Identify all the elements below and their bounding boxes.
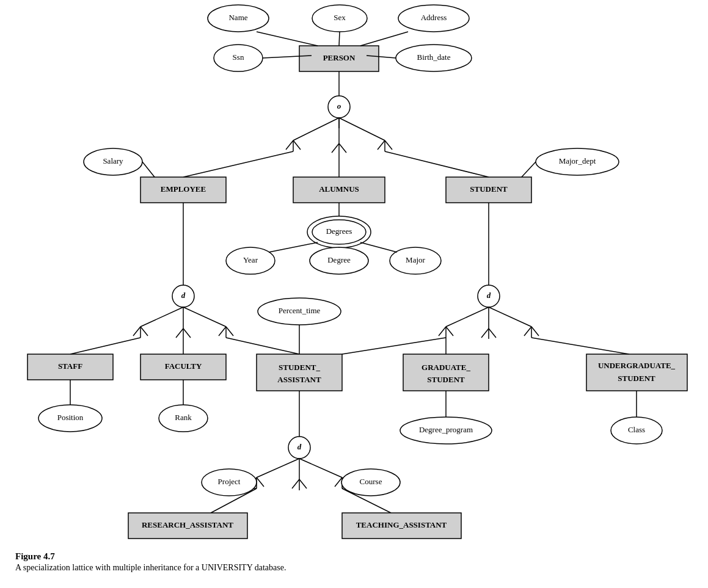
person-entity: PERSON xyxy=(323,53,356,62)
svg-line-20 xyxy=(332,143,339,153)
svg-line-26 xyxy=(183,151,293,177)
degrees-attr: Degrees xyxy=(326,227,352,236)
svg-line-7 xyxy=(339,32,340,46)
svg-line-97 xyxy=(299,459,342,477)
course-attr: Course xyxy=(360,477,382,486)
svg-line-101 xyxy=(292,479,299,488)
graduate-student-entity: GRADUATE_ xyxy=(422,363,470,372)
employee-entity: EMPLOYEE xyxy=(161,184,206,194)
ssn-attr: Ssn xyxy=(233,53,244,62)
svg-line-6 xyxy=(257,32,318,46)
major-dept-attr: Major_dept xyxy=(559,156,596,165)
svg-line-95 xyxy=(257,459,299,477)
svg-rect-85 xyxy=(403,354,489,391)
svg-line-55 xyxy=(183,328,191,338)
svg-line-47 xyxy=(141,307,183,327)
undergraduate-student-entity: UNDERGRADUATE_ xyxy=(598,361,676,370)
svg-line-72 xyxy=(489,328,496,338)
svg-line-70 xyxy=(481,328,489,338)
class-attr: Class xyxy=(628,425,645,434)
student-assistant-entity-2: ASSISTANT xyxy=(277,375,321,384)
assistant-specialization-circle: d xyxy=(297,442,302,451)
svg-line-75 xyxy=(531,327,539,336)
student-assistant-entity: STUDENT_ xyxy=(279,363,320,372)
teaching-assistant-entity: TEACHING_ASSISTANT xyxy=(356,520,447,529)
year-attr: Year xyxy=(243,255,258,264)
svg-line-44 xyxy=(360,242,397,252)
svg-line-61 xyxy=(226,338,299,354)
figure-label: Figure 4.7 xyxy=(15,551,286,562)
svg-line-53 xyxy=(176,328,183,338)
svg-line-56 xyxy=(219,327,226,336)
faculty-entity: FACULTY xyxy=(165,361,202,371)
svg-line-104 xyxy=(335,477,342,487)
degree-program-attr: Degree_program xyxy=(419,425,473,434)
svg-line-58 xyxy=(226,327,233,336)
birth-date-attr: Birth_date xyxy=(417,53,451,62)
top-specialization-circle: o xyxy=(337,101,341,111)
svg-line-100 xyxy=(257,477,264,487)
employee-specialization-circle: d xyxy=(181,291,186,300)
student-entity: STUDENT xyxy=(470,184,508,194)
position-attr: Position xyxy=(57,413,84,422)
degree-attr: Degree xyxy=(327,255,351,264)
svg-line-73 xyxy=(524,327,531,336)
percent-time-attr: Percent_time xyxy=(279,306,321,315)
svg-line-25 xyxy=(385,140,392,150)
svg-line-67 xyxy=(439,327,446,336)
name-attr: Name xyxy=(228,13,247,22)
student-specialization-circle: d xyxy=(487,291,491,300)
graduate-student-entity-2: STUDENT xyxy=(427,375,465,384)
staff-entity: STAFF xyxy=(58,361,82,371)
svg-line-49 xyxy=(183,307,226,327)
svg-rect-84 xyxy=(257,354,342,391)
svg-line-8 xyxy=(360,32,408,46)
svg-line-23 xyxy=(378,140,385,150)
alumnus-entity: ALUMNUS xyxy=(319,184,359,194)
svg-line-59 xyxy=(70,338,141,354)
major-attr: Major xyxy=(406,255,425,264)
svg-line-52 xyxy=(141,327,148,336)
svg-rect-88 xyxy=(586,354,687,391)
svg-line-19 xyxy=(293,140,301,150)
svg-line-69 xyxy=(446,327,453,336)
svg-line-50 xyxy=(133,327,141,336)
svg-line-103 xyxy=(299,479,307,488)
address-attr: Address xyxy=(421,13,447,22)
svg-line-22 xyxy=(339,143,346,153)
undergraduate-student-entity-2: STUDENT xyxy=(618,374,655,383)
rank-attr: Rank xyxy=(175,413,192,422)
svg-line-64 xyxy=(446,307,489,327)
svg-line-16 xyxy=(339,118,385,140)
svg-line-17 xyxy=(286,140,293,150)
sex-attr: Sex xyxy=(334,13,346,22)
svg-line-14 xyxy=(293,118,339,140)
svg-line-28 xyxy=(385,151,489,177)
svg-line-42 xyxy=(269,242,318,252)
salary-attr: Salary xyxy=(103,156,123,165)
svg-line-66 xyxy=(489,307,531,327)
project-attr: Project xyxy=(218,477,241,486)
research-assistant-entity: RESEARCH_ASSISTANT xyxy=(142,520,233,529)
svg-line-77 xyxy=(531,338,629,354)
figure-caption: A specialization lattice with multiple i… xyxy=(15,563,286,573)
svg-line-115 xyxy=(342,338,446,354)
